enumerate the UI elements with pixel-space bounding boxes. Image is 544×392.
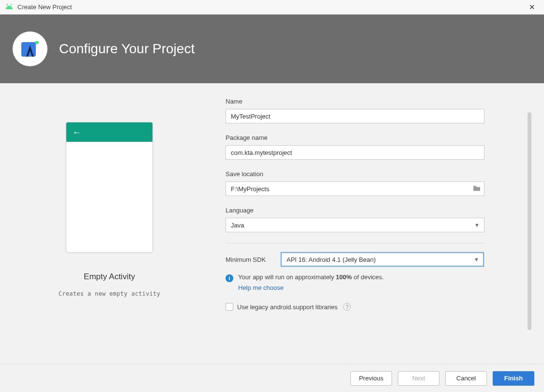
section-divider [226, 243, 484, 243]
browse-folder-icon[interactable] [473, 185, 481, 193]
save-location-label: Save location [226, 170, 508, 178]
phone-topbar: ← [66, 122, 152, 142]
titlebar: Create New Project ✕ [0, 0, 544, 15]
name-input[interactable] [226, 109, 484, 123]
language-select[interactable] [226, 218, 484, 232]
template-name: Empty Activity [84, 272, 135, 282]
close-icon[interactable]: ✕ [525, 1, 539, 14]
next-button[interactable]: Next [398, 371, 439, 386]
legacy-libraries-checkbox[interactable] [226, 303, 233, 311]
help-me-choose-link[interactable]: Help me choose [238, 284, 508, 291]
back-arrow-icon: ← [72, 127, 82, 137]
package-name-input[interactable] [226, 145, 484, 160]
language-label: Language [226, 207, 508, 214]
svg-line-2 [7, 4, 8, 5]
previous-button[interactable]: Previous [350, 371, 392, 386]
device-coverage-text: Your app will run on approximately 100% … [238, 273, 384, 281]
cancel-button[interactable]: Cancel [445, 371, 487, 386]
svg-point-1 [10, 7, 11, 8]
package-name-label: Package name [226, 134, 508, 141]
minimum-sdk-label: Minimum SDK [226, 256, 272, 263]
wizard-header: Configure Your Project [0, 15, 544, 83]
template-preview-pane: ← Empty Activity Creates a new empty act… [13, 98, 206, 359]
page-title: Configure Your Project [59, 41, 195, 57]
finish-button[interactable]: Finish [493, 371, 534, 386]
legacy-libraries-label: Use legacy android.support libraries [237, 303, 337, 311]
form-pane: Name Package name Save location Language [226, 98, 508, 359]
info-icon: i [226, 274, 233, 282]
android-studio-icon [13, 31, 47, 66]
svg-point-0 [7, 7, 8, 8]
svg-line-3 [11, 4, 12, 5]
minimum-sdk-select[interactable] [281, 252, 484, 267]
help-icon[interactable]: ? [343, 303, 351, 311]
wizard-footer: Previous Next Cancel Finish [0, 364, 544, 392]
android-icon [5, 3, 14, 11]
template-description: Creates a new empty activity [59, 290, 161, 297]
name-label: Name [226, 98, 508, 105]
window-title: Create New Project [17, 3, 72, 11]
save-location-input[interactable] [226, 181, 484, 196]
scrollbar-thumb[interactable] [528, 112, 531, 330]
phone-preview: ← [66, 122, 153, 253]
svg-point-4 [35, 41, 39, 44]
